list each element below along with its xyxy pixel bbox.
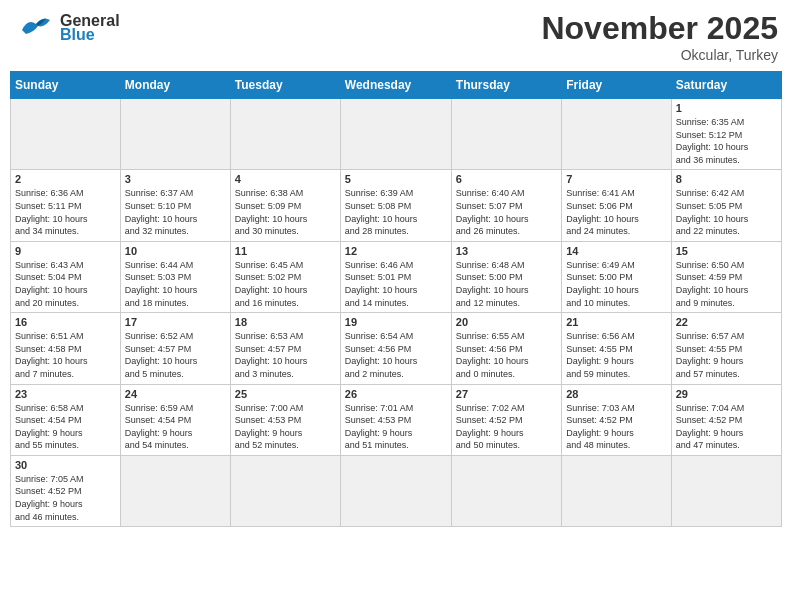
location-subtitle: Okcular, Turkey [541,47,778,63]
day-info: Sunrise: 7:05 AM Sunset: 4:52 PM Dayligh… [15,473,116,523]
day-number: 19 [345,316,447,328]
calendar-day-cell: 2Sunrise: 6:36 AM Sunset: 5:11 PM Daylig… [11,170,121,241]
col-saturday: Saturday [671,72,781,99]
day-info: Sunrise: 6:46 AM Sunset: 5:01 PM Dayligh… [345,259,447,309]
page-header: General Blue November 2025 Okcular, Turk… [10,10,782,63]
day-number: 12 [345,245,447,257]
calendar-day-cell [120,455,230,526]
day-number: 11 [235,245,336,257]
day-number: 30 [15,459,116,471]
calendar-day-cell: 17Sunrise: 6:52 AM Sunset: 4:57 PM Dayli… [120,313,230,384]
day-number: 21 [566,316,666,328]
day-number: 25 [235,388,336,400]
calendar-day-cell: 4Sunrise: 6:38 AM Sunset: 5:09 PM Daylig… [230,170,340,241]
calendar-day-cell: 1Sunrise: 6:35 AM Sunset: 5:12 PM Daylig… [671,99,781,170]
day-info: Sunrise: 6:54 AM Sunset: 4:56 PM Dayligh… [345,330,447,380]
calendar-day-cell: 18Sunrise: 6:53 AM Sunset: 4:57 PM Dayli… [230,313,340,384]
logo: General Blue [14,10,120,46]
calendar-week-row: 9Sunrise: 6:43 AM Sunset: 5:04 PM Daylig… [11,241,782,312]
calendar-day-cell: 21Sunrise: 6:56 AM Sunset: 4:55 PM Dayli… [562,313,671,384]
day-info: Sunrise: 6:42 AM Sunset: 5:05 PM Dayligh… [676,187,777,237]
calendar-day-cell: 24Sunrise: 6:59 AM Sunset: 4:54 PM Dayli… [120,384,230,455]
calendar-day-cell: 30Sunrise: 7:05 AM Sunset: 4:52 PM Dayli… [11,455,121,526]
day-info: Sunrise: 6:53 AM Sunset: 4:57 PM Dayligh… [235,330,336,380]
col-wednesday: Wednesday [340,72,451,99]
title-block: November 2025 Okcular, Turkey [541,10,778,63]
day-info: Sunrise: 6:50 AM Sunset: 4:59 PM Dayligh… [676,259,777,309]
day-number: 28 [566,388,666,400]
day-info: Sunrise: 7:01 AM Sunset: 4:53 PM Dayligh… [345,402,447,452]
day-info: Sunrise: 6:38 AM Sunset: 5:09 PM Dayligh… [235,187,336,237]
day-info: Sunrise: 6:35 AM Sunset: 5:12 PM Dayligh… [676,116,777,166]
day-info: Sunrise: 7:00 AM Sunset: 4:53 PM Dayligh… [235,402,336,452]
calendar-day-cell: 12Sunrise: 6:46 AM Sunset: 5:01 PM Dayli… [340,241,451,312]
calendar-day-cell [562,99,671,170]
day-number: 7 [566,173,666,185]
col-tuesday: Tuesday [230,72,340,99]
day-info: Sunrise: 6:48 AM Sunset: 5:00 PM Dayligh… [456,259,557,309]
calendar-day-cell: 25Sunrise: 7:00 AM Sunset: 4:53 PM Dayli… [230,384,340,455]
day-info: Sunrise: 6:58 AM Sunset: 4:54 PM Dayligh… [15,402,116,452]
day-info: Sunrise: 6:52 AM Sunset: 4:57 PM Dayligh… [125,330,226,380]
calendar-day-cell: 29Sunrise: 7:04 AM Sunset: 4:52 PM Dayli… [671,384,781,455]
calendar-day-cell: 23Sunrise: 6:58 AM Sunset: 4:54 PM Dayli… [11,384,121,455]
day-info: Sunrise: 7:03 AM Sunset: 4:52 PM Dayligh… [566,402,666,452]
day-number: 10 [125,245,226,257]
calendar-day-cell: 26Sunrise: 7:01 AM Sunset: 4:53 PM Dayli… [340,384,451,455]
day-info: Sunrise: 6:55 AM Sunset: 4:56 PM Dayligh… [456,330,557,380]
day-info: Sunrise: 6:51 AM Sunset: 4:58 PM Dayligh… [15,330,116,380]
month-title: November 2025 [541,10,778,47]
day-number: 29 [676,388,777,400]
day-number: 9 [15,245,116,257]
day-number: 16 [15,316,116,328]
calendar-day-cell: 3Sunrise: 6:37 AM Sunset: 5:10 PM Daylig… [120,170,230,241]
calendar-day-cell [451,455,561,526]
calendar-day-cell: 14Sunrise: 6:49 AM Sunset: 5:00 PM Dayli… [562,241,671,312]
day-info: Sunrise: 6:39 AM Sunset: 5:08 PM Dayligh… [345,187,447,237]
day-info: Sunrise: 6:37 AM Sunset: 5:10 PM Dayligh… [125,187,226,237]
day-number: 20 [456,316,557,328]
day-number: 2 [15,173,116,185]
day-info: Sunrise: 6:36 AM Sunset: 5:11 PM Dayligh… [15,187,116,237]
day-info: Sunrise: 6:49 AM Sunset: 5:00 PM Dayligh… [566,259,666,309]
calendar-day-cell: 16Sunrise: 6:51 AM Sunset: 4:58 PM Dayli… [11,313,121,384]
calendar-day-cell [671,455,781,526]
day-number: 17 [125,316,226,328]
col-monday: Monday [120,72,230,99]
calendar-day-cell [230,455,340,526]
logo-icon [14,10,58,46]
calendar-day-cell [11,99,121,170]
calendar-week-row: 2Sunrise: 6:36 AM Sunset: 5:11 PM Daylig… [11,170,782,241]
day-info: Sunrise: 7:04 AM Sunset: 4:52 PM Dayligh… [676,402,777,452]
calendar-day-cell: 20Sunrise: 6:55 AM Sunset: 4:56 PM Dayli… [451,313,561,384]
calendar-day-cell: 22Sunrise: 6:57 AM Sunset: 4:55 PM Dayli… [671,313,781,384]
day-number: 14 [566,245,666,257]
day-number: 23 [15,388,116,400]
day-number: 15 [676,245,777,257]
calendar-day-cell: 28Sunrise: 7:03 AM Sunset: 4:52 PM Dayli… [562,384,671,455]
calendar-week-row: 23Sunrise: 6:58 AM Sunset: 4:54 PM Dayli… [11,384,782,455]
day-number: 13 [456,245,557,257]
day-number: 24 [125,388,226,400]
day-info: Sunrise: 6:44 AM Sunset: 5:03 PM Dayligh… [125,259,226,309]
calendar-day-cell: 11Sunrise: 6:45 AM Sunset: 5:02 PM Dayli… [230,241,340,312]
calendar-week-row: 16Sunrise: 6:51 AM Sunset: 4:58 PM Dayli… [11,313,782,384]
col-thursday: Thursday [451,72,561,99]
calendar-header-row: Sunday Monday Tuesday Wednesday Thursday… [11,72,782,99]
col-sunday: Sunday [11,72,121,99]
calendar-day-cell [340,99,451,170]
day-number: 4 [235,173,336,185]
day-number: 8 [676,173,777,185]
calendar-day-cell: 27Sunrise: 7:02 AM Sunset: 4:52 PM Dayli… [451,384,561,455]
calendar-day-cell: 10Sunrise: 6:44 AM Sunset: 5:03 PM Dayli… [120,241,230,312]
calendar-day-cell: 5Sunrise: 6:39 AM Sunset: 5:08 PM Daylig… [340,170,451,241]
day-number: 1 [676,102,777,114]
day-info: Sunrise: 6:56 AM Sunset: 4:55 PM Dayligh… [566,330,666,380]
col-friday: Friday [562,72,671,99]
day-info: Sunrise: 7:02 AM Sunset: 4:52 PM Dayligh… [456,402,557,452]
calendar-day-cell [562,455,671,526]
day-info: Sunrise: 6:43 AM Sunset: 5:04 PM Dayligh… [15,259,116,309]
calendar-day-cell [340,455,451,526]
day-number: 5 [345,173,447,185]
calendar-day-cell: 19Sunrise: 6:54 AM Sunset: 4:56 PM Dayli… [340,313,451,384]
